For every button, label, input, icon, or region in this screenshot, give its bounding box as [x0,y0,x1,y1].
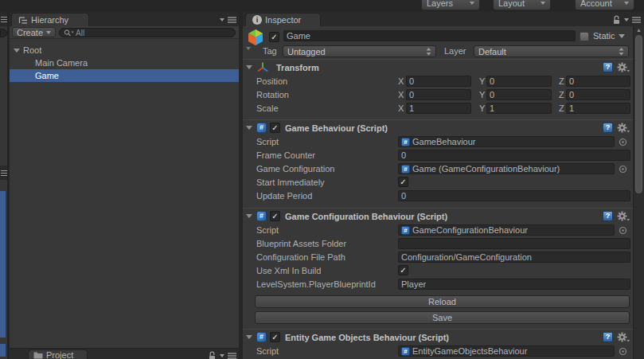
lock-icon[interactable] [208,351,217,359]
rotation-y-field[interactable]: 0 [486,89,552,100]
tag-dropdown[interactable]: Untagged [283,45,436,57]
static-checkbox[interactable] [580,32,589,41]
hierarchy-toolbar: Create All [10,26,239,39]
gear-icon[interactable] [617,62,630,72]
active-checkbox[interactable]: ✓ [269,32,279,42]
object-picker-icon[interactable] [619,226,627,235]
hierarchy-tabbar: Hierarchy [10,12,239,26]
gear-icon[interactable] [617,123,630,133]
object-picker-icon[interactable] [619,165,627,174]
account-dropdown[interactable]: Account [575,0,634,10]
lock-icon[interactable] [612,15,621,25]
reload-button[interactable]: Reload [255,295,630,308]
csharp-script-icon: # [401,165,410,174]
inspector-pane-icons [612,15,641,25]
scale-y-field[interactable]: 1 [486,103,552,114]
gameobject-name-field[interactable]: Game [283,30,576,41]
component-separator [243,59,633,60]
component-enabled-checkbox[interactable]: ✓ [270,332,280,342]
transform-icon [256,61,269,73]
tab-hierarchy[interactable]: Hierarchy [11,13,89,26]
foldout-icon[interactable] [246,335,252,339]
script-object-field[interactable]: # GameConfigurationBehaviour [398,224,615,236]
save-button[interactable]: Save [255,311,630,324]
game-configuration-behaviour-header[interactable]: # ✓ Game Configuration Behaviour (Script… [243,209,633,223]
blueprint-assets-folder-field[interactable] [398,238,630,249]
tree-item-main-camera[interactable]: Main Camera [10,57,239,69]
game-behaviour-header[interactable]: # ✓ Game Behaviour (Script) ? [243,121,633,135]
selection-highlight-edge [0,344,6,357]
scale-z-field[interactable]: 1 [566,103,630,114]
position-z-field[interactable]: 0 [566,76,630,87]
csharp-script-icon: # [401,226,410,235]
main-toolbar: Layers Layout Account [0,0,644,11]
use-xml-checkbox[interactable]: ✓ [398,265,408,275]
csharp-script-icon: # [256,211,267,221]
search-input[interactable]: All [59,28,236,37]
tab-inspector[interactable]: i Inspector [245,13,321,26]
gear-icon[interactable] [617,211,630,221]
rotation-z-field[interactable]: 0 [566,89,630,100]
layout-dropdown[interactable]: Layout [493,0,551,10]
foldout-icon[interactable] [246,126,252,130]
chevron-down-icon [541,2,545,5]
game-configuration-row: Game Configuration # Game (GameConfigura… [243,162,633,175]
help-icon[interactable]: ? [603,62,613,72]
object-picker-icon[interactable] [619,347,627,356]
updown-arrows-icon [619,48,624,56]
help-icon[interactable]: ? [603,123,613,133]
component-title: Entity Game Objects Behaviour (Script) [285,333,449,342]
hierarchy-panel: Hierarchy Create All [10,12,239,359]
foldout-icon[interactable] [246,65,252,69]
layers-dropdown[interactable]: Layers [421,0,480,10]
scroll-up-arrow[interactable]: ▲ [634,27,644,33]
tree-item-game[interactable]: Game [10,69,239,82]
transform-header[interactable]: Transform ? [243,60,633,74]
chevron-down-icon[interactable] [624,18,629,21]
configuration-file-path-field[interactable]: Configuration/GameConfiguration [398,252,630,263]
position-y-field[interactable]: 0 [486,76,552,87]
create-button[interactable]: Create [12,27,56,37]
tree-item-root[interactable]: Root [10,44,239,57]
static-dropdown-chevron[interactable] [619,34,625,38]
help-icon[interactable]: ? [603,211,613,221]
hamburger-menu-icon[interactable] [228,353,236,359]
foldout-icon[interactable] [14,49,20,53]
layers-dropdown-label: Layers [427,0,453,8]
menu-icon [1,170,7,176]
gear-icon[interactable] [617,332,630,342]
inspector-content: ✓ Game Static Tag Untagged Layer Default [243,26,644,359]
gameobject-cube-icon[interactable] [247,29,264,46]
rotation-x-field[interactable]: 0 [406,89,471,100]
hierarchy-icon [18,16,28,25]
script-object-field[interactable]: # GameBehaviour [398,136,615,147]
scrollbar-thumb[interactable] [635,35,642,193]
csharp-script-icon: # [401,347,410,356]
search-pill-edge [0,29,7,37]
help-icon[interactable]: ? [603,332,613,342]
game-configuration-object-field[interactable]: # Game (GameConfigurationBehaviour) [398,163,615,174]
position-x-field[interactable]: 0 [406,76,471,87]
layer-dropdown[interactable]: Default [474,45,629,57]
component-enabled-checkbox[interactable]: ✓ [270,123,280,133]
chevron-down-icon[interactable] [220,354,224,357]
tab-inspector-label: Inspector [265,15,301,25]
entity-game-objects-behaviour-header[interactable]: # ✓ Entity Game Objects Behaviour (Scrip… [243,330,633,344]
foldout-icon[interactable] [246,214,252,218]
tab-project[interactable]: Project [28,349,88,359]
start-immediately-checkbox[interactable]: ✓ [398,177,408,187]
update-period-field[interactable]: 0 [398,190,630,201]
tab-project-label: Project [46,350,73,359]
inspector-scrollbar[interactable]: ▲ [633,26,644,359]
hierarchy-pane-menu[interactable] [220,17,236,23]
player-blueprint-id-field[interactable]: Player [398,279,630,290]
script-object-field[interactable]: # EntityGameObjectsBehaviour [398,345,615,357]
object-picker-icon[interactable] [619,138,627,146]
hamburger-menu-icon[interactable] [632,17,641,23]
position-row: Position X 0 Y 0 Z 0 [243,75,633,88]
create-button-label: Create [17,28,43,37]
project-pane-icons [208,351,236,359]
component-enabled-checkbox[interactable]: ✓ [270,211,280,221]
frame-counter-field[interactable]: 0 [398,150,630,161]
scale-x-field[interactable]: 1 [406,103,471,114]
